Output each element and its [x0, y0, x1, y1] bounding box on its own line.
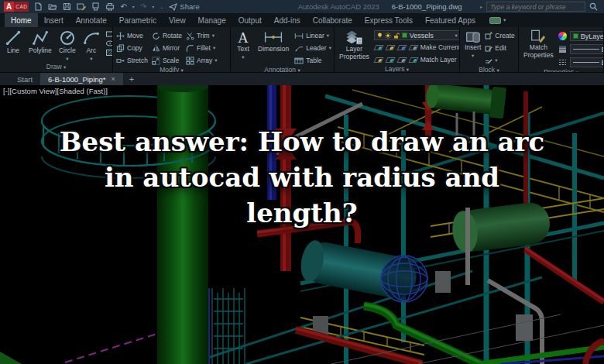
match-layer-button[interactable]: Match Layer: [374, 54, 460, 65]
stretch-button[interactable]: Stretch: [116, 55, 148, 66]
create-block-button[interactable]: Create: [485, 30, 515, 41]
edit-block-button[interactable]: Edit: [485, 43, 515, 53]
autocad-logo[interactable]: A CAD: [4, 2, 29, 12]
table-button[interactable]: Table: [294, 55, 331, 66]
tab-view[interactable]: View: [163, 13, 192, 27]
arc-label: Arc: [86, 47, 96, 54]
overlay-line-3: length?: [23, 195, 581, 231]
redo-dropdown-icon[interactable]: ▾: [152, 4, 154, 9]
close-tab-icon[interactable]: ×: [112, 75, 115, 83]
viewport-controls[interactable]: [-][Custom View][Shaded (Fast)]: [3, 87, 108, 95]
layer-properties-button[interactable]: Layer Properties: [338, 29, 371, 60]
lineweight-dropdown[interactable]: ByLayer: [570, 44, 604, 54]
new-tab-button[interactable]: +: [123, 73, 140, 85]
line-button[interactable]: Line: [3, 29, 23, 54]
match-properties-label-1: Match: [530, 44, 547, 51]
move-button[interactable]: Move: [116, 30, 148, 41]
rectangle-icon: [105, 30, 113, 38]
file-tab-start[interactable]: Start: [9, 73, 40, 85]
tab-express-tools[interactable]: Express Tools: [359, 13, 419, 27]
circle-flyout-icon[interactable]: ▾: [66, 55, 68, 62]
open-file-icon[interactable]: [48, 2, 57, 11]
rectangle-button[interactable]: ▾: [105, 30, 113, 38]
layer-tool-icon: [396, 45, 407, 50]
attribute-button[interactable]: ▾: [485, 55, 515, 66]
insert-block-button[interactable]: Insert ▾: [463, 29, 482, 59]
block-panel-title[interactable]: Block ▾: [460, 66, 518, 72]
tab-home[interactable]: Home: [5, 13, 38, 27]
text-button[interactable]: A Text ▾: [234, 29, 252, 60]
tab-insert[interactable]: Insert: [38, 13, 70, 27]
ellipse-icon: [105, 39, 113, 47]
object-color-dropdown[interactable]: ByLayer ▾: [570, 31, 604, 41]
layer-tool-icon: [373, 45, 383, 50]
search-input[interactable]: [486, 2, 585, 12]
hatch-button[interactable]: ▾: [105, 49, 113, 57]
layer-dropdown[interactable]: Vessels ▾: [374, 30, 460, 40]
new-file-icon[interactable]: [34, 2, 43, 11]
match-properties-button[interactable]: Match Properties: [522, 29, 555, 59]
arc-flyout-icon[interactable]: ▾: [90, 55, 92, 62]
leader-button[interactable]: Leader▾: [294, 43, 331, 53]
annotation-panel-title[interactable]: Annotation ▾: [231, 66, 334, 72]
fillet-button[interactable]: Fillet▾: [186, 43, 218, 53]
qat-customize-icon[interactable]: ⌄: [160, 4, 163, 9]
drawing-viewport[interactable]: [-][Custom View][Shaded (Fast)] Best ans…: [0, 85, 604, 364]
linetype-dropdown[interactable]: ByLayer: [570, 57, 604, 67]
tab-parametric[interactable]: Parametric: [113, 13, 163, 27]
tab-output[interactable]: Output: [232, 13, 268, 27]
polyline-icon: [32, 29, 49, 46]
copy-icon: [116, 44, 125, 53]
share-button[interactable]: Share: [169, 2, 199, 11]
copy-button[interactable]: Copy: [116, 43, 148, 53]
layer-tool-icon: [408, 45, 418, 50]
tab-manage[interactable]: Manage: [192, 13, 232, 27]
undo-dropdown-icon[interactable]: ▾: [132, 4, 135, 9]
make-current-button[interactable]: Make Current: [374, 42, 460, 53]
tab-add-ins[interactable]: Add-ins: [268, 13, 307, 27]
arc-button[interactable]: Arc ▾: [81, 29, 101, 62]
rotate-button[interactable]: Rotate: [152, 30, 182, 41]
undo-icon[interactable]: ↶: [120, 3, 126, 11]
insert-flyout-icon[interactable]: ▾: [472, 52, 474, 59]
layer-on-bulb-icon: [377, 33, 383, 39]
draw-panel-title[interactable]: Draw ▾: [0, 63, 112, 72]
trim-flyout-icon: ▾: [212, 33, 214, 39]
trim-button[interactable]: Trim▾: [186, 30, 218, 41]
print-icon[interactable]: [105, 2, 115, 11]
scale-button[interactable]: Scale: [152, 55, 182, 66]
tab-featured-apps[interactable]: Featured Apps: [419, 13, 482, 27]
array-icon: [186, 57, 194, 65]
document-title: 6-B-1000_Piping.dwg: [392, 2, 462, 11]
tab-annotate[interactable]: Annotate: [70, 13, 113, 27]
panel-layers: Layer Properties Vessels ▾: [335, 27, 460, 72]
properties-panel-title[interactable]: Properties ▾: [519, 68, 603, 72]
file-tab-bar: Start 6-B-1000_Piping* × +: [0, 73, 604, 85]
workspace-switcher[interactable]: ▾: [489, 13, 506, 27]
linetype-preview: [573, 62, 599, 63]
save-icon[interactable]: [63, 2, 71, 11]
overlay-line-1: Best answer: How to draw an arc: [23, 124, 581, 160]
ellipse-button[interactable]: ▾: [105, 39, 113, 47]
plot-icon[interactable]: [91, 2, 100, 11]
circle-button[interactable]: Circle ▾: [57, 29, 77, 62]
polyline-button[interactable]: Polyline: [27, 29, 53, 54]
save-as-icon[interactable]: [77, 2, 86, 11]
dimension-button[interactable]: Dimension: [256, 29, 290, 53]
layers-panel-title[interactable]: Layers ▾: [335, 65, 459, 72]
text-flyout-icon[interactable]: ▾: [242, 53, 244, 60]
modify-panel-title[interactable]: Modify ▾: [113, 66, 230, 72]
tab-collaborate[interactable]: Collaborate: [307, 13, 359, 27]
mirror-icon: [152, 44, 160, 53]
match-properties-label-2: Properties: [523, 52, 554, 59]
help-search: ▸: [480, 2, 598, 12]
redo-icon[interactable]: ↷: [140, 3, 146, 11]
attribute-flyout-icon: ▾: [495, 57, 497, 64]
array-button[interactable]: Array▾: [186, 55, 218, 66]
search-expand-icon[interactable]: ▸: [480, 4, 482, 9]
linear-button[interactable]: Linear▾: [294, 30, 331, 41]
layer-stack-icon: [345, 29, 362, 45]
mirror-button[interactable]: Mirror: [152, 43, 182, 53]
search-icon[interactable]: [589, 2, 598, 11]
file-tab-drawing[interactable]: 6-B-1000_Piping* ×: [40, 73, 123, 85]
